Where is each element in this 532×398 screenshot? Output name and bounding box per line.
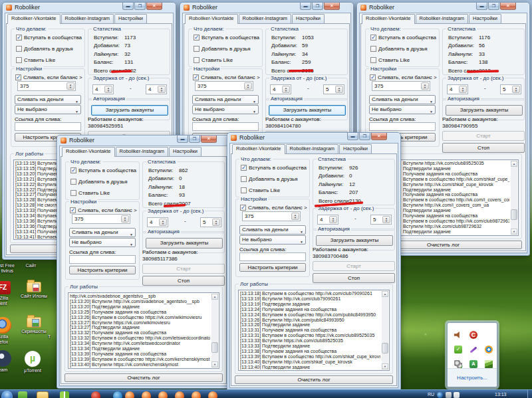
tab-roboliker-vkontakte[interactable]: Roboliker-Vkontakte [62, 147, 115, 157]
close-button[interactable]: ✕ [146, 3, 162, 10]
checkbox-empty-icon[interactable] [370, 57, 376, 63]
desktop-icon-utorrent[interactable]: µ µTorrent [19, 351, 47, 373]
delay-from-spinner[interactable]: 4 ▲▼ [317, 215, 338, 225]
target-dropdown[interactable]: Не выбрано [369, 105, 436, 114]
drain-mode-dropdown[interactable]: Сливать на деньги [239, 225, 306, 235]
load-accounts-button[interactable]: Загрузить аккаунты [91, 105, 168, 116]
spinner-updown-icon[interactable]: ▲▼ [158, 86, 166, 93]
show-desktop-button[interactable] [527, 390, 532, 398]
window-titlebar[interactable]: Roboliker ▬ ❒ ✕ [180, 3, 353, 13]
balance-threshold-spinner[interactable]: 375 ▲▼ [72, 214, 130, 224]
tab-settings[interactable]: Настройки [469, 14, 501, 23]
scroll-down-icon[interactable]: ▼ [382, 363, 388, 369]
log-box[interactable]: http://vk.com/svadebnoe_agentstvo__spb[1… [68, 292, 219, 369]
maximize-button[interactable]: ❒ [359, 133, 370, 140]
checkbox-checked-icon[interactable]: ✓ [70, 167, 76, 173]
checkbox-add-friends[interactable]: Добавлять в друзья [370, 46, 428, 52]
load-accounts-button[interactable]: Загрузить аккаунты [446, 105, 523, 116]
checkbox-checked-icon[interactable]: ✓ [240, 205, 246, 211]
spinner-updown-icon[interactable]: ▲▼ [421, 82, 429, 90]
tab-roboliker-vkontakte[interactable]: Roboliker-Vkontakte [232, 144, 285, 154]
ccleaner-icon[interactable]: C [469, 331, 477, 339]
scroll-down-icon[interactable]: ▼ [211, 361, 218, 367]
taskbar-roboliker-icon[interactable] [208, 391, 217, 398]
checkbox-join-communities[interactable]: ✓ Вступать в сообщества [70, 167, 136, 173]
checkbox-empty-icon[interactable] [194, 57, 200, 63]
tray-skype-icon[interactable] [437, 392, 443, 398]
load-accounts-button[interactable]: Загрузить аккаунты [316, 235, 393, 246]
checkbox-checked-icon[interactable]: ✓ [193, 74, 199, 80]
taskbar-roboliker-icon[interactable] [142, 391, 151, 398]
scroll-up-icon[interactable]: ▲ [382, 291, 388, 297]
checkbox-set-like[interactable]: Ставить Like [241, 187, 280, 193]
minimize-button[interactable]: ▬ [300, 3, 311, 10]
configure-criteria-button[interactable]: Настроить критерии [69, 266, 136, 274]
checkbox-join-communities[interactable]: ✓ Вступать в сообщества [16, 35, 82, 41]
window-titlebar[interactable]: Roboliker ▬ ❒ ✕ [357, 3, 529, 13]
checkbox-empty-icon[interactable] [241, 176, 247, 182]
checkbox-drain-if-balance[interactable]: ✓ Сливать, если баланс > [240, 205, 307, 211]
target-dropdown[interactable]: Не выбрано [15, 105, 81, 114]
delay-to-spinner[interactable]: 5 ▲▼ [370, 215, 392, 225]
delay-from-spinner[interactable]: 4 ▲▼ [270, 84, 291, 94]
start-button-orb[interactable] [1, 391, 13, 398]
scrollbar-thumb[interactable] [211, 342, 218, 353]
drain-link-input[interactable] [69, 255, 136, 264]
close-button[interactable]: ✕ [201, 136, 217, 143]
log-scrollbar[interactable]: ▲ ▼ [382, 291, 388, 369]
window-titlebar[interactable]: Roboliker ▬ ❒ ✕ [57, 136, 230, 146]
checkbox-checked-icon[interactable]: ✓ [70, 207, 76, 213]
target-dropdown[interactable]: Не выбрано [239, 235, 306, 245]
drain-mode-dropdown[interactable]: Сливать на деньги [15, 95, 81, 104]
drain-link-input[interactable] [192, 122, 259, 131]
balance-threshold-spinner[interactable]: 375 ▲▼ [372, 81, 430, 91]
checkbox-checked-icon[interactable]: ✓ [194, 35, 200, 41]
checkbox-checked-icon[interactable]: ✓ [370, 35, 376, 41]
tab-roboliker-vkontakte[interactable]: Roboliker-Vkontakte [7, 14, 61, 24]
tab-settings[interactable]: Настройки [339, 144, 372, 153]
checkbox-drain-if-balance[interactable]: ✓ Сливать, если баланс > [70, 207, 137, 213]
desktop-icon-sait-folder[interactable]: Сайт [16, 263, 46, 268]
taskbar-app-squares-icon[interactable] [60, 391, 69, 398]
drain-mode-dropdown[interactable]: Сливать на деньги [69, 228, 136, 237]
drain-link-input[interactable] [15, 122, 81, 131]
delay-from-spinner[interactable]: 4 ▲▼ [147, 217, 168, 227]
pen-icon[interactable] [469, 346, 477, 353]
maximize-button[interactable]: ❒ [189, 136, 200, 143]
tab-roboliker-instagram[interactable]: Roboliker-Instagram [61, 14, 114, 23]
delay-from-spinner[interactable]: 4 ▲▼ [92, 84, 114, 94]
tab-settings[interactable]: Настройки [169, 147, 201, 156]
scroll-up-icon[interactable]: ▲ [211, 294, 218, 300]
tab-roboliker-vkontakte[interactable]: Roboliker-Vkontakte [362, 14, 415, 24]
tab-settings[interactable]: Настройки [292, 14, 325, 23]
taskbar[interactable]: RU 13:13 [0, 389, 532, 398]
update-gears-icon[interactable] [454, 360, 462, 368]
window-titlebar[interactable]: Roboliker ▬ ❒ ✕ [3, 3, 176, 13]
stop-button[interactable]: Стоп [142, 276, 225, 286]
checkbox-drain-if-balance[interactable]: ✓ Сливать, если баланс > [193, 74, 260, 80]
checkbox-empty-icon[interactable] [241, 187, 247, 193]
customize-link[interactable]: Настроить... [448, 375, 497, 381]
delay-from-spinner[interactable]: 4 ▲▼ [447, 84, 468, 94]
balance-threshold-spinner[interactable]: 375 ▲▼ [17, 81, 76, 91]
checkbox-join-communities[interactable]: ✓ Вступать в сообщества [370, 35, 436, 41]
balance-threshold-spinner[interactable]: 375 ▲▼ [242, 211, 301, 221]
spinner-updown-icon[interactable]: ▲▼ [329, 216, 337, 223]
spinner-updown-icon[interactable]: ▲▼ [104, 86, 112, 93]
drain-mode-dropdown[interactable]: Сливать на деньги [192, 95, 259, 104]
start-button[interactable]: Старт [142, 264, 225, 274]
taskbar-roboliker-icon[interactable] [125, 391, 134, 398]
desktop-icon-avast[interactable]: st Freetivirus [0, 263, 15, 274]
checkbox-add-friends[interactable]: Добавлять в друзья [70, 179, 128, 185]
drain-link-input[interactable] [239, 252, 306, 261]
volume-icon[interactable] [454, 331, 462, 339]
clear-log-button[interactable]: Очистить лог [65, 373, 223, 382]
stop-button[interactable]: Стоп [313, 273, 395, 283]
close-button[interactable]: ✕ [324, 3, 340, 10]
start-button[interactable]: Старт [442, 131, 525, 141]
configure-criteria-button[interactable]: Настроить критерии [239, 263, 306, 272]
delay-to-spinner[interactable]: 5 ▲▼ [500, 84, 521, 94]
close-button[interactable]: ✕ [371, 133, 387, 140]
log-list[interactable]: http://vk.com/svadebnoe_agentstvo__spb[1… [70, 294, 210, 367]
tab-settings[interactable]: Настройки [114, 14, 147, 23]
